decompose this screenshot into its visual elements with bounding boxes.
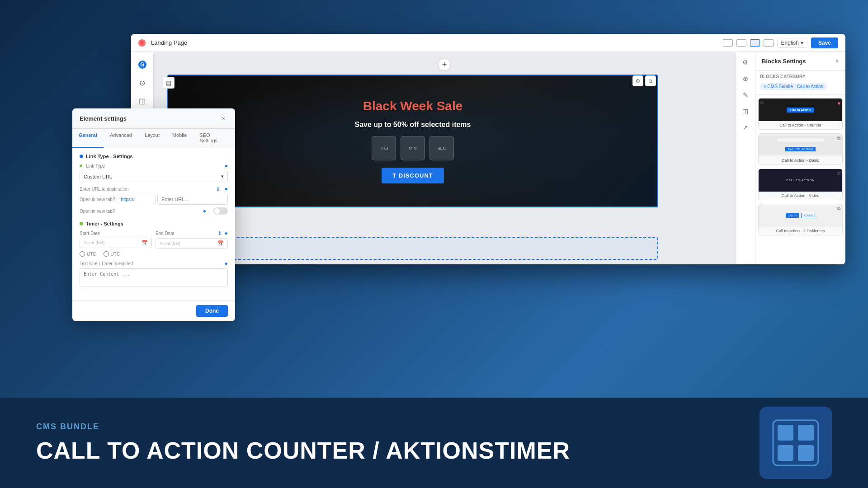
timer-blocks: Hrs Min Sec [372,136,454,160]
block-card-counter[interactable]: Call to Action ♥ ⧉ Call to Action - Coun… [758,98,843,130]
expired-label: Text when Timer is expired [80,261,221,266]
right-panel-header: Blocks Settings × [755,52,845,70]
timer-seconds: Sec [429,136,454,160]
end-date-group: End Date ℹ ● Y-m-d (h:H) 📅 [156,230,228,249]
utc-row: UTC UTC [80,251,228,257]
end-date-info-icon[interactable]: ℹ [219,230,221,236]
modal-tab-general[interactable]: General [72,129,104,148]
panel-add-icon[interactable]: ⊕ [739,72,752,85]
end-date-dot: ● [225,230,228,236]
category-tag[interactable]: × CMS Bundle - Call to Action [760,83,827,90]
basic-copy-icon[interactable]: ⧉ [837,136,840,141]
double-preview: CALL TO ACTION ⧉ [759,204,842,227]
modal-tabs: General Advanced Layout Mobile SEO Setti… [72,129,235,148]
block-gear-btn[interactable]: ⚙ [632,75,643,86]
modal-footer: Done [72,300,235,321]
cta-discount-button[interactable]: T DISCOUNT [382,168,443,183]
view-desktop-btn[interactable] [750,39,760,47]
section-dot-link [80,155,83,158]
block-card-double[interactable]: CALL TO ACTION ⧉ Call to Action - 2 Dokł… [758,204,843,235]
right-panel: Blocks Settings × Blocks category × CMS … [755,52,845,264]
block-toolbar: ▤ [163,77,175,89]
url-info-icon[interactable]: ℹ [217,186,219,192]
link-type-section: Link Type - Settings Link Type ● Custom … [80,154,228,215]
panel-edit-icon[interactable]: ✎ [739,88,752,102]
sidebar-icon-g[interactable]: G [135,57,150,72]
link-type-field: Link Type ● Custom URL ▾ [80,163,228,182]
block-card-double-label: Call to Action - 2 Dokłentes [759,227,842,235]
end-date-input[interactable]: Y-m-d (h:H) 📅 [156,238,228,249]
utc-left-label: UTC [87,252,96,257]
done-button[interactable]: Done [196,305,228,317]
timer-minutes: Min [401,136,425,160]
timer-hours: Hrs [372,136,396,160]
cta-subtitle: Save up to 50% off selected items [355,121,471,129]
editor-window: × Landing Page English ▾ Save G ⊙ [131,34,845,264]
svg-rect-3 [778,425,793,441]
cta-canvas-block[interactable]: Black Week Sale Save up to 50% off selec… [167,75,658,207]
panel-share-icon[interactable]: ↗ [739,121,752,134]
view-tablet-btn[interactable] [736,39,746,47]
basic-preview: CALL TO ACTION ⧉ [759,134,842,156]
url-prefix-box: https:// [117,195,156,204]
modal-tab-advanced[interactable]: Advanced [104,129,138,148]
block-card-video[interactable]: CALL TO ACTION ⧉ Call to Action - Video [758,169,843,200]
close-button[interactable]: × [138,39,146,47]
url-input[interactable] [157,194,228,205]
add-block-button[interactable]: + [438,58,451,71]
view-wide-btn[interactable] [764,39,774,47]
new-tab-toggle[interactable] [213,207,228,215]
sidebar-icon-dashboard[interactable]: ⊙ [135,75,150,90]
svg-rect-4 [798,425,814,441]
modal-tab-mobile[interactable]: Mobile [166,129,193,148]
lang-value: English [781,40,799,46]
language-selector[interactable]: English ▾ [777,38,807,48]
save-button[interactable]: Save [811,38,838,48]
right-panel-title: Blocks Settings [762,58,806,65]
modal-tab-seo[interactable]: SEO Settings [193,129,235,148]
cta-title: Black Week Sale [363,99,463,113]
utc-radio-right[interactable] [104,251,109,257]
link-type-select[interactable]: Custom URL ▾ [80,171,228,182]
sidebar-icon-layers[interactable]: ◫ [135,94,150,108]
new-tab-field-label: Open in new tab? [80,209,199,214]
editor-body: G ⊙ ◫ ⬜ 👤 CMS + ▤ Black Week Sale Save u… [131,52,845,264]
bottom-bar-icon [760,407,832,479]
modal-close-btn[interactable]: × [219,114,228,123]
video-copy-icon[interactable]: ⧉ [837,171,840,176]
modal-body: Link Type - Settings Link Type ● Custom … [72,148,235,300]
modal-header: Element settings × [72,108,235,129]
modal-title: Element settings [80,115,127,122]
url-field: Enter URL to destination ℹ ● Open in new… [80,186,228,215]
layout-tool-btn[interactable]: ▤ [163,77,175,89]
cta-banner: Black Week Sale Save up to 50% off selec… [168,75,657,206]
modal-tab-layout[interactable]: Layout [138,129,166,148]
view-mobile-btn[interactable] [723,39,733,47]
link-section-title: Link Type - Settings [86,154,133,159]
panel-settings-icon[interactable]: ⚙ [739,56,752,69]
dates-row: Start Date Y-m-d (h:H) 📅 End Date ℹ ● Y-… [80,230,228,249]
url-prefix: https:// [121,197,134,202]
panel-layers-icon[interactable]: ◫ [739,104,752,118]
blocks-category-section: Blocks category × CMS Bundle - Call to A… [755,70,845,94]
video-preview: CALL TO ACTION ⧉ [759,169,842,192]
start-date-input[interactable]: Y-m-d (h:H) 📅 [80,238,152,248]
url-label-row: Enter URL to destination ℹ ● [80,186,228,192]
link-required-dot: ● [225,163,228,169]
copy-icon[interactable]: ⧉ [760,100,840,106]
double-btn-primary: CALL TO [786,213,799,218]
timer-seconds-label: Sec [438,146,446,150]
new-tab-dot: ● [203,208,206,214]
link-type-dot [80,164,82,167]
end-calendar-icon: 📅 [217,240,224,246]
canvas-empty-block[interactable] [167,237,658,260]
utc-radio-left[interactable] [80,251,85,257]
double-copy-icon[interactable]: ⧉ [837,206,840,211]
block-copy-btn[interactable]: ⧉ [645,75,656,86]
expired-label-row: Text when Timer is expired ● [80,260,228,267]
svg-rect-6 [798,445,814,461]
block-card-basic[interactable]: CALL TO ACTION ⧉ Call to Action - Basic [758,133,843,165]
expired-text-field: Text when Timer is expired ● [80,260,228,288]
expired-textarea[interactable] [80,268,228,286]
right-panel-close-btn[interactable]: × [835,57,839,65]
